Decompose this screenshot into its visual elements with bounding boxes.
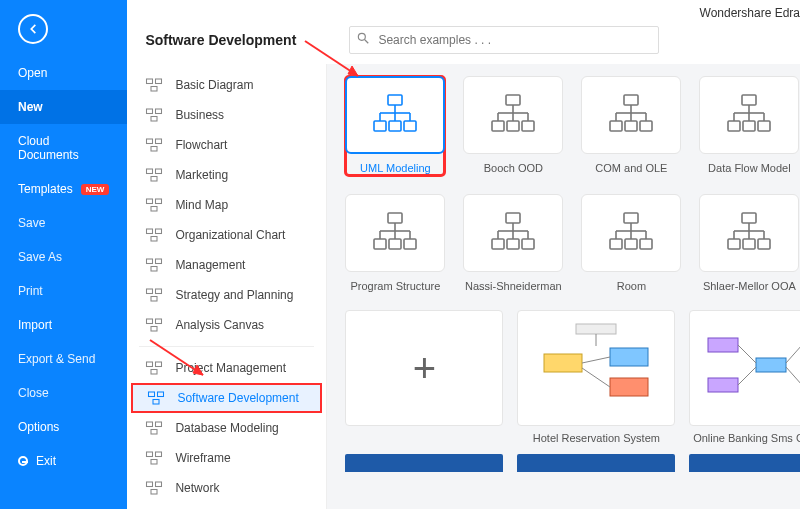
category-flowchart[interactable]: Flowchart [127, 130, 326, 160]
category-project-management[interactable]: Project Management [127, 353, 326, 383]
sidebar-item-templates[interactable]: TemplatesNEW [0, 172, 127, 206]
svg-rect-56 [506, 95, 520, 105]
category-organizational-chart[interactable]: Organizational Chart [127, 220, 326, 250]
sidebar-item-save-as[interactable]: Save As [0, 240, 127, 274]
sidebar-item-save[interactable]: Save [0, 206, 127, 240]
category-network[interactable]: Network [127, 473, 326, 503]
svg-rect-22 [151, 267, 157, 272]
category-analysis-canvas[interactable]: Analysis Canvas [127, 310, 326, 340]
sidebar-item-cloud-documents[interactable]: Cloud Documents [0, 124, 127, 172]
category-wireframe[interactable]: Wireframe [127, 443, 326, 473]
sidebar-item-open[interactable]: Open [0, 56, 127, 90]
svg-rect-110 [742, 213, 756, 223]
template-preview: + [345, 310, 503, 426]
svg-rect-74 [742, 95, 756, 105]
category-icon [145, 420, 163, 436]
template-hotel-reservation-system[interactable]: Hotel Reservation System [517, 310, 675, 444]
search-box[interactable] [349, 26, 659, 54]
diagram-thumb [345, 76, 445, 154]
diagram-label: Program Structure [345, 280, 445, 292]
sidebar-item-print[interactable]: Print [0, 274, 127, 308]
template-strip[interactable] [517, 454, 675, 472]
svg-rect-32 [149, 392, 155, 397]
svg-rect-12 [156, 169, 162, 174]
category-label: Marketing [175, 168, 228, 182]
diagram-label: Booch OOD [463, 162, 563, 174]
svg-rect-104 [640, 239, 652, 249]
sidebar-item-export-send[interactable]: Export & Send [0, 342, 127, 376]
diagram-type-nassi-shneiderman[interactable]: Nassi-Shneiderman [463, 194, 563, 292]
template-strip[interactable] [689, 454, 800, 472]
diagram-type-uml-modeling[interactable]: UML Modeling [345, 76, 445, 176]
category-divider [139, 346, 314, 347]
left-sidebar: OpenNewCloud DocumentsTemplatesNEWSaveSa… [0, 0, 127, 509]
sidebar-item-close[interactable]: Close [0, 376, 127, 410]
svg-rect-11 [147, 169, 153, 174]
category-marketing[interactable]: Marketing [127, 160, 326, 190]
back-button[interactable] [18, 14, 48, 44]
category-database-modeling[interactable]: Database Modeling [127, 413, 326, 443]
sidebar-item-label: Exit [36, 454, 56, 468]
svg-rect-47 [388, 95, 402, 105]
category-electrical-engineering[interactable]: Electrical Engineering [127, 503, 326, 509]
sidebar-item-label: Export & Send [18, 352, 95, 366]
diagram-type-com-and-ole[interactable]: COM and OLE [581, 76, 681, 176]
category-label: Network [175, 481, 219, 495]
sidebar-item-label: Save [18, 216, 45, 230]
svg-rect-30 [156, 362, 162, 367]
svg-rect-28 [151, 327, 157, 332]
diagram-type-booch-ood[interactable]: Booch OOD [463, 76, 563, 176]
category-mind-map[interactable]: Mind Map [127, 190, 326, 220]
template-strip[interactable] [345, 454, 503, 472]
svg-rect-67 [625, 121, 637, 131]
svg-rect-16 [151, 207, 157, 212]
svg-rect-29 [147, 362, 153, 367]
diagram-label: Nassi-Shneiderman [463, 280, 563, 292]
sidebar-item-options[interactable]: Options [0, 410, 127, 444]
sidebar-item-label: Close [18, 386, 49, 400]
sidebar-item-exit[interactable]: Exit [0, 444, 127, 478]
sidebar-item-import[interactable]: Import [0, 308, 127, 342]
svg-rect-4 [151, 87, 157, 92]
svg-rect-126 [708, 338, 738, 352]
template-label: Hotel Reservation System [517, 432, 675, 444]
svg-rect-76 [743, 121, 755, 131]
arrow-left-icon [26, 22, 40, 36]
search-input[interactable] [349, 26, 659, 54]
category-icon [145, 257, 163, 273]
category-icon [147, 390, 165, 406]
svg-rect-122 [610, 378, 648, 396]
diagram-thumb [699, 76, 799, 154]
diagram-type-room[interactable]: Room [581, 194, 681, 292]
sidebar-item-new[interactable]: New [0, 90, 127, 124]
svg-rect-27 [156, 319, 162, 324]
svg-rect-39 [156, 452, 162, 457]
sidebar-item-label: New [18, 100, 43, 114]
category-management[interactable]: Management [127, 250, 326, 280]
category-label: Management [175, 258, 245, 272]
category-label: Software Development [177, 391, 298, 405]
diagram-type-data-flow-model[interactable]: Data Flow Model [699, 76, 799, 176]
category-icon [145, 360, 163, 376]
diagram-label: Room [581, 280, 681, 292]
svg-rect-128 [756, 358, 786, 372]
category-strategy-and-planning[interactable]: Strategy and Planning [127, 280, 326, 310]
svg-rect-111 [728, 239, 740, 249]
svg-rect-5 [147, 109, 153, 114]
category-panel: Basic DiagramBusinessFlowchartMarketingM… [127, 64, 327, 509]
svg-rect-103 [625, 239, 637, 249]
plus-icon: + [413, 348, 436, 388]
svg-rect-24 [156, 289, 162, 294]
svg-rect-23 [147, 289, 153, 294]
svg-rect-84 [374, 239, 386, 249]
blank-template[interactable]: + [345, 310, 503, 444]
svg-rect-9 [156, 139, 162, 144]
diagram-thumb [463, 76, 563, 154]
category-business[interactable]: Business [127, 100, 326, 130]
category-basic-diagram[interactable]: Basic Diagram [127, 70, 326, 100]
diagram-type-shlaer-mellor-ooa[interactable]: Shlaer-Mellor OOA [699, 194, 799, 292]
diagram-type-program-structure[interactable]: Program Structure [345, 194, 445, 292]
category-software-development[interactable]: Software Development [131, 383, 322, 413]
template-online-banking-sms-customer[interactable]: Online Banking Sms Customer [689, 310, 800, 444]
svg-rect-119 [576, 324, 616, 334]
